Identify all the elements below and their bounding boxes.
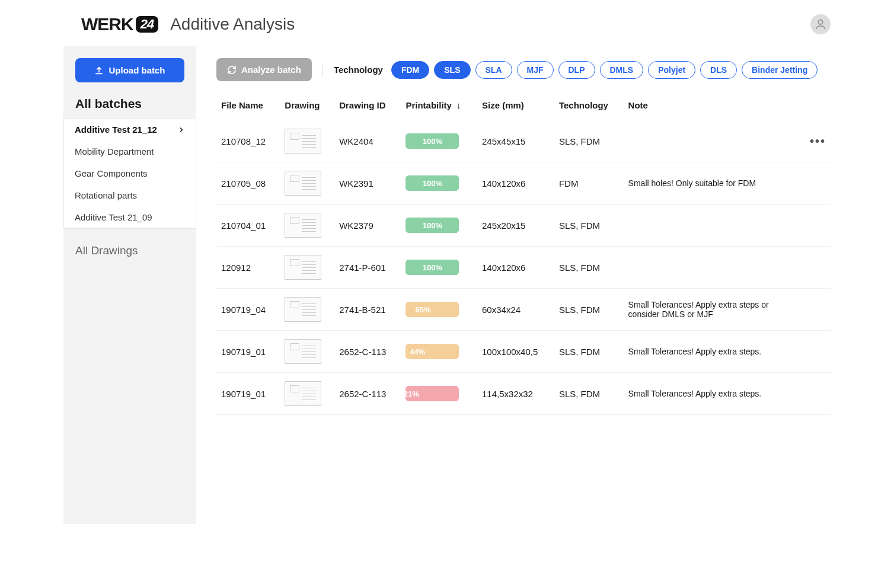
printability-value: 21% (406, 386, 417, 401)
technology-chip[interactable]: Binder Jetting (742, 61, 818, 79)
sidebar: Upload batch All batches Additive Test 2… (63, 46, 196, 524)
cell-drawing-id: WK2379 (334, 204, 401, 247)
col-technology[interactable]: Technology (554, 94, 624, 120)
drawing-thumbnail[interactable] (285, 213, 321, 238)
table-row[interactable]: 190719_042741-B-52165%60x34x24SLS, FDMSm… (216, 289, 831, 331)
cell-size: 140x120x6 (477, 162, 554, 204)
analyze-batch-button[interactable]: Analyze batch (216, 58, 312, 81)
table-header-row: File Name Drawing Drawing ID Printabilit… (216, 94, 831, 120)
app-window: WERK 24 Additive Analysis Upload batch A… (46, 0, 848, 524)
printability-meter: 100% (406, 218, 459, 233)
cell-technology: SLS, FDM (554, 373, 624, 415)
col-note[interactable]: Note (624, 94, 805, 120)
printability-meter: 100% (406, 260, 459, 275)
printability-value: 65% (406, 302, 440, 317)
cell-size: 60x34x24 (477, 289, 554, 331)
cell-drawing (280, 373, 334, 415)
cell-drawing-id: 2652-C-113 (334, 331, 401, 373)
technology-chip[interactable]: SLA (475, 61, 512, 79)
page-title: Additive Analysis (170, 15, 295, 34)
col-drawing-id[interactable]: Drawing ID (334, 94, 401, 120)
upload-batch-label: Upload batch (108, 65, 165, 75)
drawing-thumbnail[interactable] (285, 255, 321, 280)
cell-printability: 65% (401, 289, 477, 331)
divider (323, 63, 323, 77)
upload-batch-button[interactable]: Upload batch (75, 58, 184, 82)
technology-chip[interactable]: FDM (391, 61, 429, 79)
printability-value: 44% (406, 344, 429, 359)
svg-point-0 (818, 20, 822, 24)
avatar[interactable] (810, 14, 831, 34)
analyze-batch-label: Analyze batch (241, 65, 301, 75)
printability-meter: 44% (406, 344, 459, 359)
technology-chip[interactable]: SLS (434, 61, 470, 79)
logo-badge: 24 (136, 16, 158, 33)
all-drawings-link[interactable]: All Drawings (63, 229, 196, 273)
col-file-name[interactable]: File Name (216, 94, 280, 120)
technology-chip[interactable]: DLS (700, 61, 737, 79)
sort-desc-icon: ↓ (456, 100, 461, 110)
cell-technology: SLS, FDM (554, 331, 624, 373)
cell-printability: 44% (401, 331, 477, 373)
batch-item-label: Gear Components (75, 168, 148, 178)
cell-drawing (280, 204, 334, 247)
cell-size: 245x20x15 (477, 204, 554, 247)
cell-drawing (280, 331, 334, 373)
logo-text: WERK (81, 14, 133, 34)
header: WERK 24 Additive Analysis (46, 0, 848, 46)
table-row[interactable]: 210704_01WK2379100%245x20x15SLS, FDM (216, 204, 831, 247)
drawing-thumbnail[interactable] (285, 381, 321, 406)
printability-meter: 65% (406, 302, 459, 317)
batch-item[interactable]: Gear Components (64, 162, 196, 184)
table-row[interactable]: 190719_012652-C-11321%114,5x32x32SLS, FD… (216, 373, 831, 415)
drawing-thumbnail[interactable] (285, 339, 321, 364)
printability-meter: 21% (406, 386, 459, 401)
cell-actions (805, 162, 831, 204)
cell-file-name: 190719_01 (216, 373, 280, 415)
cell-note: Small Tolerances! Apply extra steps. (624, 331, 805, 373)
printability-value: 100% (406, 175, 459, 191)
cell-file-name: 210704_01 (216, 204, 280, 247)
printability-meter: 100% (406, 133, 459, 149)
batch-item[interactable]: Additive Test 21_09 (64, 206, 196, 228)
batch-item-label: Additive Test 21_09 (75, 212, 152, 222)
cell-technology: SLS, FDM (554, 204, 624, 247)
table-row[interactable]: 210705_08WK2391100%140x120x6FDMSmall hol… (216, 162, 831, 204)
cell-note: Small Tolerances! Apply extra steps or c… (624, 289, 805, 331)
cell-drawing (280, 162, 334, 204)
cell-size: 100x100x40,5 (477, 331, 554, 373)
cell-actions (805, 331, 831, 373)
col-drawing[interactable]: Drawing (280, 94, 334, 120)
cell-drawing-id: 2652-C-113 (334, 373, 401, 415)
technology-chip[interactable]: DLP (558, 61, 595, 79)
col-actions (805, 94, 831, 120)
cell-technology: FDM (554, 162, 624, 204)
table-row[interactable]: 210708_12WK2404100%245x45x15SLS, FDM••• (216, 120, 831, 162)
batch-item[interactable]: Mobility Department (64, 140, 196, 162)
cell-technology: SLS, FDM (554, 247, 624, 289)
results-table: File Name Drawing Drawing ID Printabilit… (216, 94, 831, 415)
cell-file-name: 190719_04 (216, 289, 280, 331)
cell-drawing-id: 2741-B-521 (334, 289, 401, 331)
cell-actions (805, 247, 831, 289)
table-row[interactable]: 1209122741-P-601100%140x120x6SLS, FDM (216, 247, 831, 289)
batch-item[interactable]: Rotational parts (64, 184, 196, 206)
cell-actions (805, 204, 831, 247)
cell-note: Small Tolerances! Apply extra steps. (624, 373, 805, 415)
technology-chip[interactable]: MJF (517, 61, 554, 79)
col-printability[interactable]: Printability ↓ (401, 94, 477, 120)
technology-chip[interactable]: DMLS (600, 61, 644, 79)
drawing-thumbnail[interactable] (285, 129, 321, 154)
cell-size: 140x120x6 (477, 247, 554, 289)
cell-printability: 100% (401, 162, 477, 204)
drawing-thumbnail[interactable] (285, 171, 321, 196)
batch-item[interactable]: Additive Test 21_12 (64, 119, 196, 140)
table-row[interactable]: 190719_012652-C-11344%100x100x40,5SLS, F… (216, 331, 831, 373)
col-size[interactable]: Size (mm) (477, 94, 554, 120)
row-menu-icon[interactable]: ••• (810, 135, 826, 148)
printability-value: 100% (406, 133, 459, 149)
technology-chip[interactable]: Polyjet (648, 61, 695, 79)
drawing-thumbnail[interactable] (285, 297, 321, 322)
cell-file-name: 190719_01 (216, 331, 280, 373)
cell-note (624, 247, 805, 289)
